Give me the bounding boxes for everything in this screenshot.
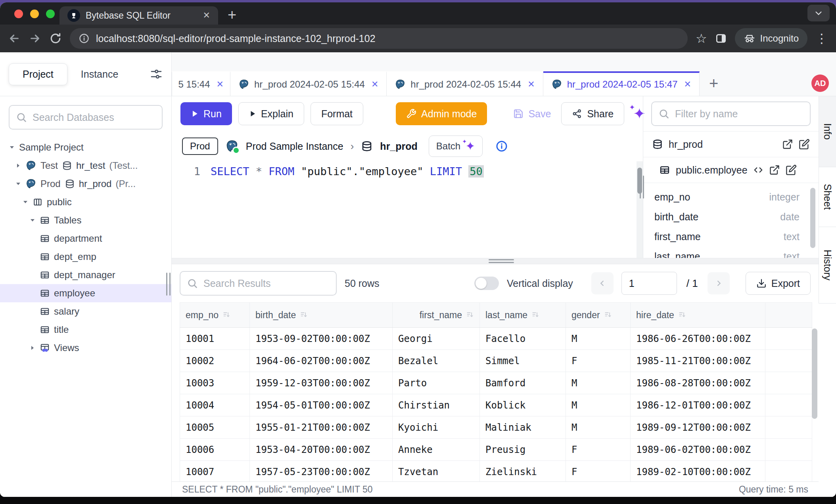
back-icon[interactable] bbox=[8, 32, 21, 45]
tree-item-table-title[interactable]: title bbox=[0, 321, 171, 339]
tree-item-table-employee[interactable]: employee bbox=[0, 284, 171, 302]
column-item[interactable]: last_name text bbox=[643, 246, 819, 258]
explain-button[interactable]: Explain bbox=[238, 102, 304, 125]
info-circle-icon[interactable] bbox=[495, 140, 508, 153]
tree-item-project[interactable]: Sample Project bbox=[0, 138, 171, 157]
tree-item-views-group[interactable]: Views bbox=[0, 339, 171, 357]
column-header-gender[interactable]: gender bbox=[566, 303, 631, 328]
table-row[interactable]: 100061953-04-20T00:00:00ZAnnekePreusigF1… bbox=[180, 439, 812, 461]
worksheet-tab-2[interactable]: hr_prod 2024-02-05 15:44 ✕ bbox=[230, 71, 387, 96]
user-avatar[interactable]: AD bbox=[811, 74, 829, 92]
table-row[interactable]: 100021964-06-02T00:00:00ZBezalelSimmelF1… bbox=[180, 350, 812, 372]
tree-item-db-hr-prod[interactable]: Prod hr_prod (Pr... bbox=[0, 175, 171, 193]
table-row[interactable]: 100051955-01-21T00:00:00ZKyoichiMaliniak… bbox=[180, 416, 812, 439]
horizontal-splitter[interactable] bbox=[172, 258, 819, 264]
tab-instance[interactable]: Instance bbox=[81, 69, 119, 80]
tree-item-table-dept-manager[interactable]: dept_manager bbox=[0, 266, 171, 284]
filter-settings-icon[interactable] bbox=[150, 68, 163, 80]
external-link-icon[interactable] bbox=[782, 139, 793, 150]
sort-icon[interactable] bbox=[300, 311, 308, 319]
schema-scrollbar-thumb[interactable] bbox=[810, 188, 815, 248]
column-item[interactable]: first_name text bbox=[643, 227, 819, 246]
column-header-emp-no[interactable]: emp_no bbox=[180, 303, 250, 328]
page-number-input[interactable] bbox=[621, 272, 677, 295]
splitter-handle[interactable] bbox=[489, 259, 514, 265]
external-link-icon[interactable] bbox=[769, 164, 780, 176]
tree-item-table-department[interactable]: department bbox=[0, 229, 171, 248]
browser-tab[interactable]: Bytebase SQL Editor ✕ bbox=[59, 6, 218, 25]
minimize-window-button[interactable] bbox=[30, 10, 39, 18]
table-row[interactable]: 100071957-05-23T00:00:00ZTzvetanZielinsk… bbox=[180, 461, 812, 482]
worksheet-tab-3[interactable]: hr_prod 2024-02-05 15:44 ✕ bbox=[387, 71, 543, 96]
tree-item-tables-group[interactable]: Tables bbox=[0, 211, 171, 229]
instance-name[interactable]: Prod Sample Instance bbox=[246, 141, 343, 152]
admin-mode-button[interactable]: Admin mode bbox=[396, 102, 487, 125]
schema-database-row[interactable]: hr_prod bbox=[643, 131, 819, 157]
sql-editor[interactable]: 1 SELECT * FROM "public"."employee" LIMI… bbox=[172, 161, 643, 258]
database-name[interactable]: hr_prod bbox=[380, 141, 417, 152]
export-button[interactable]: Export bbox=[746, 272, 811, 295]
sort-icon[interactable] bbox=[531, 311, 539, 319]
close-tab-icon[interactable]: ✕ bbox=[217, 79, 224, 90]
reload-icon[interactable] bbox=[49, 32, 62, 45]
filter-box[interactable] bbox=[651, 101, 811, 126]
schema-table-row[interactable]: public.employee bbox=[643, 157, 819, 183]
table-row[interactable]: 100031959-12-03T00:00:00ZPartoBamfordM19… bbox=[180, 372, 812, 394]
sort-icon[interactable] bbox=[466, 311, 474, 319]
tree-item-table-salary[interactable]: salary bbox=[0, 302, 171, 321]
tab-info[interactable]: Info bbox=[819, 96, 836, 167]
column-header-first-name[interactable]: first_name bbox=[393, 303, 480, 328]
tab-sheet[interactable]: Sheet bbox=[819, 167, 836, 227]
side-panel-icon[interactable] bbox=[715, 32, 727, 44]
table-row[interactable]: 100041954-05-01T00:00:00ZChirstianKoblic… bbox=[180, 394, 812, 416]
column-header-birth-date[interactable]: birth_date bbox=[250, 303, 393, 328]
sort-icon[interactable] bbox=[604, 311, 612, 319]
tab-project[interactable]: Project bbox=[9, 63, 67, 85]
tab-search-chevron-button[interactable] bbox=[807, 5, 830, 21]
forward-icon[interactable] bbox=[29, 32, 41, 45]
format-button[interactable]: Format bbox=[311, 102, 363, 125]
edit-icon[interactable] bbox=[799, 139, 810, 150]
sort-icon[interactable] bbox=[678, 311, 686, 319]
new-worksheet-button[interactable]: + bbox=[709, 75, 718, 91]
close-window-button[interactable] bbox=[14, 10, 23, 18]
site-info-icon[interactable] bbox=[79, 33, 90, 44]
tree-item-schema-public[interactable]: public bbox=[0, 193, 171, 211]
column-item[interactable]: emp_no integer bbox=[643, 187, 819, 207]
sort-icon[interactable] bbox=[222, 311, 230, 319]
search-results-input[interactable] bbox=[203, 277, 330, 290]
bookmark-star-icon[interactable]: ☆ bbox=[696, 31, 707, 46]
table-row[interactable]: 100011953-09-02T00:00:00ZGeorgiFacelloM1… bbox=[180, 328, 812, 350]
worksheet-tab-1[interactable]: 5 15:44 ✕ bbox=[172, 71, 230, 96]
browser-tab-close-icon[interactable]: ✕ bbox=[203, 10, 210, 21]
database-search-box[interactable] bbox=[9, 105, 163, 130]
address-bar[interactable]: localhost:8080/sql-editor/prod-sample-in… bbox=[70, 28, 688, 49]
search-databases-input[interactable] bbox=[32, 111, 155, 124]
batch-button[interactable]: Batch ✦✦ bbox=[429, 136, 483, 157]
vertical-display-toggle[interactable] bbox=[474, 277, 499, 290]
results-scrollbar-thumb[interactable] bbox=[812, 328, 817, 419]
new-browser-tab-button[interactable]: + bbox=[228, 7, 236, 22]
share-button[interactable]: Share bbox=[561, 102, 624, 125]
next-page-button[interactable] bbox=[708, 272, 730, 294]
tree-item-db-hr-test[interactable]: Test hr_test (Test... bbox=[0, 157, 171, 175]
close-tab-icon[interactable]: ✕ bbox=[527, 79, 535, 90]
tab-history[interactable]: History bbox=[819, 227, 836, 304]
zoom-window-button[interactable] bbox=[46, 10, 55, 18]
window-controls[interactable] bbox=[14, 10, 55, 18]
save-button[interactable]: Save bbox=[509, 102, 555, 125]
code-icon[interactable] bbox=[753, 165, 763, 175]
sidebar-resize-handle[interactable] bbox=[166, 273, 171, 296]
browser-menu-icon[interactable]: ⋮ bbox=[815, 31, 828, 46]
worksheet-tab-4-active[interactable]: hr_prod 2024-02-05 15:47 ✕ bbox=[543, 71, 700, 96]
filter-by-name-input[interactable] bbox=[674, 108, 803, 120]
tree-item-table-dept-emp[interactable]: dept_emp bbox=[0, 248, 171, 266]
column-header-last-name[interactable]: last_name bbox=[480, 303, 566, 328]
results-search-box[interactable] bbox=[180, 271, 337, 296]
close-tab-icon[interactable]: ✕ bbox=[684, 79, 691, 90]
close-tab-icon[interactable]: ✕ bbox=[371, 79, 378, 90]
edit-icon[interactable] bbox=[786, 164, 797, 176]
column-header-hire-date[interactable]: hire_date bbox=[631, 303, 765, 328]
column-item[interactable]: birth_date date bbox=[643, 207, 819, 227]
prev-page-button[interactable] bbox=[591, 272, 614, 294]
